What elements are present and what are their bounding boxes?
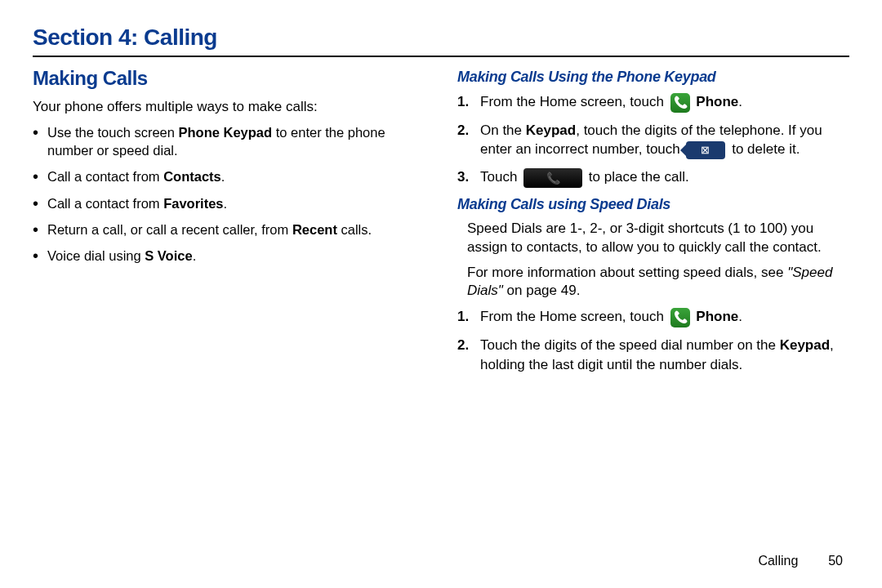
text: to delete it. <box>732 141 800 157</box>
text: S Voice <box>145 248 192 263</box>
text: Touch <box>480 169 521 185</box>
making-calls-heading: Making Calls <box>33 67 425 90</box>
call-button-icon <box>523 168 582 188</box>
text: to place the call. <box>589 169 689 185</box>
text: Voice dial using <box>47 248 145 263</box>
left-column: Making Calls Your phone offers multiple … <box>33 67 425 382</box>
text: Phone <box>696 94 738 109</box>
text: Keypad <box>780 337 830 353</box>
text: . <box>221 169 225 184</box>
footer-section: Calling <box>758 554 798 568</box>
speed-dials-intro: Speed Dials are 1-, 2-, or 3-digit short… <box>457 220 849 257</box>
list-item: 1. From the Home screen, touch Phone. <box>480 307 849 327</box>
text: Contacts <box>163 169 221 184</box>
text: Call a contact from <box>47 196 163 211</box>
step-number: 3. <box>457 167 469 187</box>
list-item: Return a call, or call a recent caller, … <box>47 220 425 238</box>
list-item: Use the touch screen Phone Keypad to ent… <box>47 123 425 160</box>
calls-methods-list: Use the touch screen Phone Keypad to ent… <box>33 123 425 265</box>
keypad-subheading: Making Calls Using the Phone Keypad <box>457 69 849 86</box>
step-number: 1. <box>457 92 469 112</box>
list-item: 3. Touch to place the call. <box>480 167 849 188</box>
speed-dials-subheading: Making Calls using Speed Dials <box>457 196 849 213</box>
text: Favorites <box>163 196 223 211</box>
text: . <box>193 248 197 263</box>
phone-app-icon <box>670 93 690 113</box>
step-number: 2. <box>457 121 469 140</box>
text: Phone Keypad <box>179 125 273 140</box>
text: on page 49. <box>503 283 581 298</box>
list-item: Call a contact from Favorites. <box>47 194 425 212</box>
speed-dials-steps: 1. From the Home screen, touch Phone. 2.… <box>457 307 849 374</box>
text: Call a contact from <box>47 169 163 184</box>
list-item: 2. Touch the digits of the speed dial nu… <box>480 336 849 375</box>
text: Phone <box>696 309 738 324</box>
keypad-steps: 1. From the Home screen, touch Phone. 2.… <box>457 92 849 188</box>
text: From the Home screen, touch <box>480 94 668 109</box>
list-item: 1. From the Home screen, touch Phone. <box>480 92 849 113</box>
text: . <box>738 94 742 109</box>
step-number: 1. <box>457 307 469 327</box>
backspace-icon <box>686 141 725 159</box>
intro-text: Your phone offers multiple ways to make … <box>33 98 425 117</box>
text: Recent <box>292 222 337 237</box>
text: calls. <box>337 222 372 237</box>
step-number: 2. <box>457 336 469 355</box>
title-rule <box>33 56 849 57</box>
text: On the <box>480 122 526 138</box>
text: Use the touch screen <box>47 125 179 140</box>
text: . <box>224 196 228 211</box>
text: Keypad <box>526 122 576 138</box>
text: From the Home screen, touch <box>480 309 668 324</box>
text: . <box>738 309 742 324</box>
content-columns: Making Calls Your phone offers multiple … <box>33 67 849 382</box>
list-item: Voice dial using S Voice. <box>47 247 425 265</box>
page-title: Section 4: Calling <box>33 24 849 51</box>
text: For more information about setting speed… <box>467 265 787 280</box>
list-item: 2. On the Keypad, touch the digits of th… <box>480 121 849 160</box>
right-column: Making Calls Using the Phone Keypad 1. F… <box>457 67 849 382</box>
phone-app-icon <box>670 308 690 327</box>
list-item: Call a contact from Contacts. <box>47 167 425 185</box>
text: Return a call, or call a recent caller, … <box>47 222 292 237</box>
text: Touch the digits of the speed dial numbe… <box>480 337 780 353</box>
footer-page-number: 50 <box>828 554 843 568</box>
page-footer: Calling 50 <box>758 554 843 568</box>
speed-dials-ref: For more information about setting speed… <box>457 264 849 301</box>
